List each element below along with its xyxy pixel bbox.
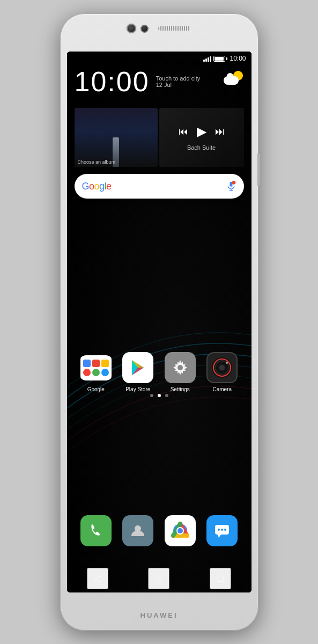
messages-icon: [206, 515, 238, 546]
page-dot-2: [158, 394, 161, 397]
app-camera[interactable]: Camera: [204, 352, 241, 392]
weather-widget[interactable]: [224, 71, 244, 85]
navigation-bar: ◁ ○ □: [67, 565, 252, 592]
contacts-icon: [122, 515, 153, 546]
app-google-folder[interactable]: Google: [78, 352, 115, 392]
svg-point-14: [219, 365, 225, 370]
brand-area: HUAWEI: [61, 611, 258, 619]
front-camera: [128, 25, 135, 32]
back-button[interactable]: ◁: [87, 568, 108, 589]
camera-icon: [206, 352, 238, 383]
cloud-icon: [224, 76, 239, 85]
play-pause-button[interactable]: ▶: [197, 124, 206, 139]
clock-widget[interactable]: 10:00 Touch to add city 12 Jul: [75, 68, 201, 96]
google-folder-icon: [80, 352, 112, 383]
sensor-area: [61, 25, 258, 32]
proximity-sensor: [142, 26, 147, 32]
album-art[interactable]: Choose an album: [75, 108, 158, 167]
clock-time: 10:00: [75, 68, 150, 96]
voice-search-icon[interactable]: [226, 181, 236, 192]
dock: [67, 515, 252, 550]
google-search-bar[interactable]: Google: [75, 174, 244, 199]
chrome-icon: [165, 515, 196, 546]
page-indicators: [67, 394, 252, 397]
svg-point-24: [218, 529, 220, 531]
clock-info: Touch to add city 12 Jul: [156, 75, 201, 88]
status-bar: 10:00: [67, 52, 252, 65]
svg-point-25: [221, 529, 223, 531]
screen: 10:00 10:00 Touch to add city 12 Jul: [67, 52, 252, 592]
signal-strength-icon: [203, 55, 211, 62]
app-camera-label: Camera: [212, 386, 232, 392]
home-button[interactable]: ○: [148, 568, 169, 589]
app-google-label: Google: [87, 386, 105, 392]
dock-messages[interactable]: [204, 515, 241, 550]
google-logo: Google: [82, 181, 112, 192]
album-label: Choose an album: [78, 159, 116, 165]
phone-icon: [80, 515, 112, 546]
next-track-button[interactable]: ⏭: [215, 126, 225, 137]
svg-marker-23: [218, 535, 221, 538]
folder-contents: [80, 355, 112, 380]
battery-icon: [213, 56, 227, 62]
playstore-icon: [122, 352, 153, 383]
home-screen: 10:00 10:00 Touch to add city 12 Jul: [67, 52, 252, 592]
app-playstore[interactable]: Play Store: [120, 352, 157, 392]
dock-chrome[interactable]: [162, 515, 199, 550]
status-time: 10:00: [230, 55, 246, 62]
prev-track-button[interactable]: ⏮: [179, 126, 188, 137]
app-settings[interactable]: Settings: [162, 352, 199, 392]
svg-point-4: [232, 181, 235, 185]
page-dot-1: [150, 394, 153, 397]
album-artwork: [75, 108, 158, 167]
earpiece-speaker: [158, 26, 190, 31]
dock-phone[interactable]: [78, 515, 115, 550]
phone-device: 10:00 10:00 Touch to add city 12 Jul: [60, 13, 258, 631]
music-controls: ⏮ ▶ ⏭ Bach Suite: [159, 108, 244, 167]
app-playstore-label: Play Store: [125, 386, 150, 392]
page-dot-3: [165, 394, 168, 397]
brand-name: HUAWEI: [140, 611, 178, 619]
svg-point-21: [178, 528, 183, 533]
date-display: 12 Jul: [156, 82, 201, 88]
app-settings-label: Settings: [171, 386, 190, 392]
sun-cloud-icon: [224, 71, 244, 85]
svg-point-16: [226, 362, 228, 364]
app-grid: Google: [67, 352, 252, 392]
recents-button[interactable]: □: [210, 568, 231, 589]
music-buttons: ⏮ ▶ ⏭: [179, 124, 225, 139]
dock-contacts[interactable]: [120, 515, 157, 550]
track-name: Bach Suite: [187, 144, 216, 151]
music-widget[interactable]: Choose an album ⏮ ▶ ⏭ Bach Suite: [75, 108, 244, 167]
city-prompt[interactable]: Touch to add city: [156, 75, 201, 82]
svg-point-9: [178, 365, 183, 370]
settings-icon: [165, 352, 196, 383]
svg-point-26: [224, 529, 226, 531]
